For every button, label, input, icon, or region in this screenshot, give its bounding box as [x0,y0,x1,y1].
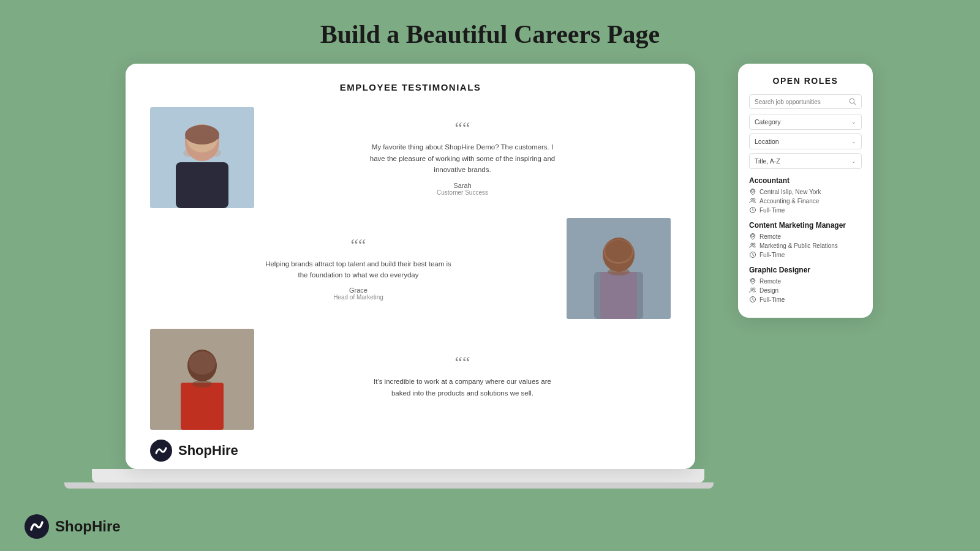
svg-rect-22 [181,383,224,430]
search-bar[interactable] [749,94,862,109]
testimonial-content-3: ““ It's incredible to work at a company … [254,344,671,414]
page-title: Build a Beautiful Careers Page [0,0,980,64]
clock-icon [749,296,756,303]
chevron-down-icon: ⌄ [851,138,856,144]
testimonial-content-1: ““ My favorite thing about ShopHire Demo… [254,110,671,205]
svg-line-26 [854,103,856,105]
svg-point-27 [752,190,755,193]
job-type-content-marketing: Full-Time [749,251,862,258]
job-title-graphic-designer[interactable]: Graphic Designer [749,266,862,274]
svg-point-36 [751,288,753,290]
quote-text-1: My favorite thing about ShopHire Demo? T… [364,141,560,175]
job-title-content-marketing[interactable]: Content Marketing Manager [749,221,862,230]
svg-point-37 [753,288,755,290]
job-type-accountant: Full-Time [749,206,862,214]
testimonial-content-2: ““ Helping brands attract top talent and… [150,227,567,311]
svg-point-14 [605,240,632,262]
quote-role-1: Customer Success [274,189,651,196]
open-roles-panel: OPEN ROLES Category ⌄ Location ⌄ Title, … [738,64,873,318]
laptop-screen: EMPLOYEE TESTIMONIALS [126,64,695,469]
quote-role-2: Head of Marketing [170,294,547,301]
svg-rect-16 [600,272,637,319]
svg-point-29 [753,198,755,200]
location-icon [749,277,756,285]
quote-text-2: Helping brands attract top talent and bu… [260,258,456,281]
location-icon [749,188,756,195]
job-location-graphic-designer: Remote [749,277,862,285]
svg-point-21 [189,351,216,375]
svg-rect-9 [187,173,217,208]
people-icon [749,242,756,249]
main-layout: EMPLOYEE TESTIMONIALS [0,64,980,489]
testimonial-row-3: ““ It's incredible to work at a company … [150,329,671,430]
svg-point-32 [751,243,753,245]
testimonial-photo-2 [567,218,671,319]
filter-title[interactable]: Title, A-Z ⌄ [749,153,862,169]
job-listing-graphic-designer: Graphic Designer Remote Design [749,266,862,303]
quote-mark-3: ““ [274,354,651,371]
clock-icon [749,206,756,214]
testimonial-photo-3 [150,329,254,430]
search-icon [849,98,856,105]
panel-title: OPEN ROLES [749,76,862,86]
svg-point-23 [192,380,212,388]
quote-text-3: It's incredible to work at a company whe… [364,376,560,399]
svg-point-35 [752,279,755,282]
job-location-content-marketing: Remote [749,233,862,240]
shophire-logo-icon [150,440,172,462]
testimonials-section-title: EMPLOYEE TESTIMONIALS [150,82,671,92]
svg-point-7 [185,125,219,144]
svg-point-28 [751,198,753,200]
people-icon [749,287,756,294]
quote-mark-2: ““ [170,236,547,253]
svg-point-4 [183,149,193,157]
testimonial-row-2: ““ Helping brands attract top talent and… [150,218,671,319]
filter-location[interactable]: Location ⌄ [749,133,862,149]
svg-point-33 [753,243,755,245]
chevron-down-icon: ⌄ [851,119,856,125]
job-listing-content-marketing: Content Marketing Manager Remote Marketi… [749,221,862,258]
laptop-mockup: EMPLOYEE TESTIMONIALS [107,64,714,489]
laptop-base [64,482,714,489]
clock-icon [749,251,756,258]
bottom-logo-text: ShopHire [55,518,121,535]
people-icon [749,197,756,204]
logo-bar: ShopHire [150,440,671,462]
testimonial-row-1: ““ My favorite thing about ShopHire Demo… [150,107,671,208]
shophire-bottom-logo-icon [24,514,49,539]
job-category-accountant: Accounting & Finance [749,197,862,204]
location-icon [749,233,756,240]
job-listing-accountant: Accountant Central Islip, New York Accou… [749,176,862,214]
job-title-accountant[interactable]: Accountant [749,176,862,185]
quote-name-1: Sarah [274,182,651,189]
job-location-accountant: Central Islip, New York [749,188,862,195]
job-category-content-marketing: Marketing & Public Relations [749,242,862,249]
testimonial-photo-1 [150,107,254,208]
shophire-logo-text: ShopHire [178,443,238,459]
svg-point-5 [211,149,221,157]
chevron-down-icon: ⌄ [851,158,856,164]
svg-point-31 [752,234,755,238]
quote-mark-1: ““ [274,119,651,137]
svg-rect-8 [185,137,219,139]
quote-name-2: Grace [170,287,547,294]
bottom-logo: ShopHire [24,514,121,539]
laptop-stand [92,469,704,482]
job-type-graphic-designer: Full-Time [749,296,862,303]
filter-category[interactable]: Category ⌄ [749,114,862,130]
svg-point-17 [608,268,630,276]
job-category-graphic-designer: Design [749,287,862,294]
search-input[interactable] [755,99,849,105]
